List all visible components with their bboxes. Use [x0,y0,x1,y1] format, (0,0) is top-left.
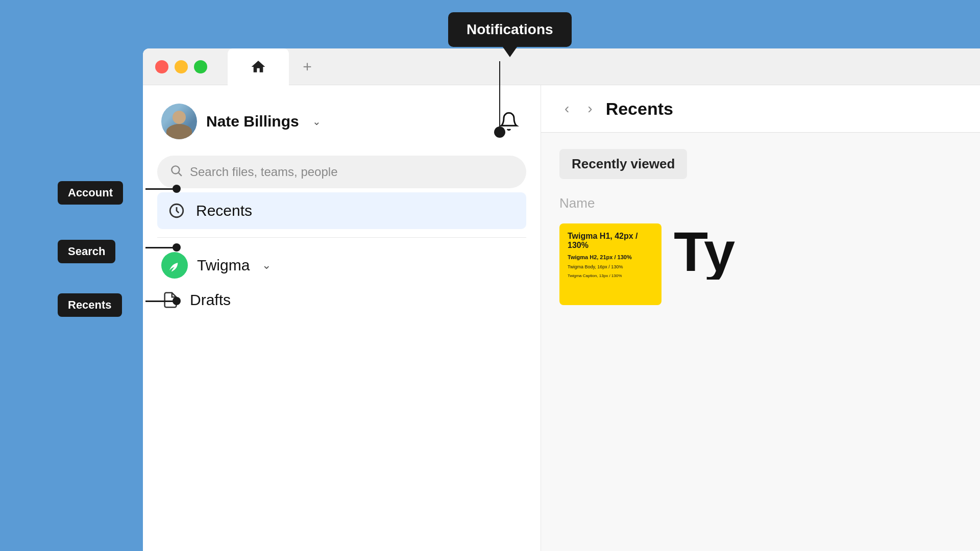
notifications-tooltip: Notifications [448,12,572,47]
ty-preview-text: Ty [674,223,745,280]
account-annotation-dot [173,185,181,193]
search-icon [169,164,183,180]
fullscreen-button[interactable] [194,60,207,73]
figma-body-text: Twigma Body, 16px / 130% [568,264,653,269]
tooltip-connector-line [499,61,500,135]
avatar-image [161,104,197,139]
sidebar-divider [157,237,526,238]
figma-h1-text: Twigma H1, 42px / 130% [568,232,653,250]
home-tab[interactable] [228,48,289,85]
team-name: Twigma [197,257,250,274]
team-icon [161,252,188,279]
figma-h2-text: Twigma H2, 21px / 130% [568,254,653,260]
team-chevron-icon: ⌄ [262,259,271,272]
search-bar[interactable]: Search files, teams, people [157,156,526,188]
account-annotation: Account [58,181,123,205]
tooltip-connector-dot [494,127,505,138]
team-row[interactable]: Twigma ⌄ [157,246,526,285]
right-body: Recently viewed Name Twigma H1, 42px / 1… [541,133,980,321]
account-chevron-icon[interactable]: ⌄ [312,115,321,128]
recents-annotation-dot [173,297,181,305]
back-arrow-button[interactable]: ‹ [559,97,574,120]
forward-arrow-button[interactable]: › [582,97,597,120]
close-button[interactable] [155,60,168,73]
recents-annotation-line [145,300,174,302]
svg-point-0 [172,166,179,173]
drafts-label: Drafts [190,291,231,309]
right-header: ‹ › Recents [541,85,980,133]
new-tab-button[interactable]: + [289,48,326,85]
search-annotation-line [145,247,174,248]
recents-clock-icon [167,202,186,220]
account-name: Nate Billings [206,113,299,130]
recents-label: Recents [196,202,252,219]
account-row: Nate Billings ⌄ [157,97,526,145]
avatar [161,104,197,139]
svg-line-1 [179,173,182,176]
drafts-row[interactable]: Drafts [157,285,526,315]
right-panel-title: Recents [606,99,673,119]
recents-annotation: Recents [58,293,122,317]
search-placeholder: Search files, teams, people [190,165,338,179]
name-column-header: Name [559,195,962,211]
title-bar: + [143,48,980,85]
search-annotation-dot [173,243,181,252]
account-annotation-line [145,188,174,190]
right-panel: ‹ › Recents Recently viewed Name Twigma … [541,85,980,551]
account-left: Nate Billings ⌄ [161,104,321,139]
recently-viewed-label: Recently viewed [559,149,687,179]
figma-thumbnail-card[interactable]: Twigma H1, 42px / 130% Twigma H2, 21px /… [559,223,662,305]
search-annotation: Search [58,240,115,263]
recents-nav-item[interactable]: Recents [157,192,526,229]
minimize-button[interactable] [175,60,188,73]
sidebar: Nate Billings ⌄ Sea [143,85,541,551]
figma-caption-text: Twigma Caption, 13px / 130% [568,273,653,278]
home-icon [250,59,266,75]
traffic-lights [155,60,207,73]
main-content: Nate Billings ⌄ Sea [143,85,980,551]
app-window: + Nate Billings ⌄ [143,48,980,551]
